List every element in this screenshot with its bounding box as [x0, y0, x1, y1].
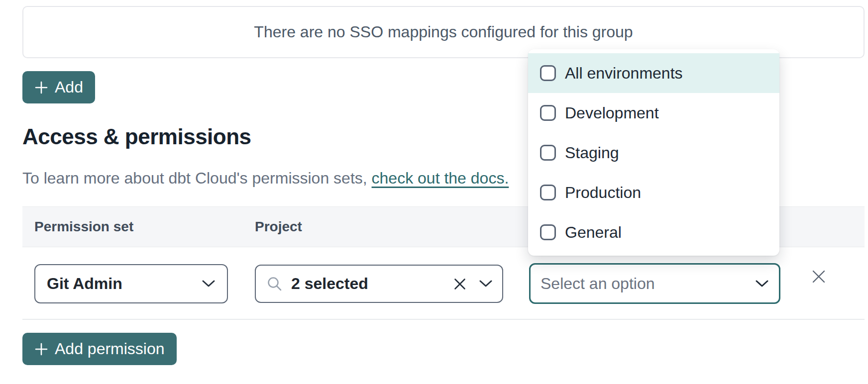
column-header-permission-set: Permission set: [34, 219, 133, 235]
project-multiselect[interactable]: 2 selected: [255, 265, 503, 303]
dropdown-option-development[interactable]: Development: [528, 93, 779, 133]
option-label: Staging: [565, 144, 619, 162]
add-button-label: Add: [55, 78, 83, 96]
permission-set-value: Git Admin: [47, 275, 202, 293]
plus-icon: [34, 342, 48, 356]
chevron-down-icon: [756, 280, 768, 288]
plus-icon: [34, 81, 48, 95]
section-description: To learn more about dbt Cloud's permissi…: [22, 169, 509, 188]
option-label: All environments: [565, 64, 683, 83]
remove-row-icon: [811, 269, 826, 284]
dropdown-option-all-environments[interactable]: All environments: [528, 53, 779, 93]
sso-empty-message: There are no SSO mappings configured for…: [254, 23, 633, 41]
description-text: To learn more about dbt Cloud's permissi…: [22, 169, 372, 187]
checkbox[interactable]: [540, 65, 556, 81]
checkbox[interactable]: [540, 224, 556, 240]
dropdown-option-staging[interactable]: Staging: [528, 133, 779, 173]
column-header-project: Project: [255, 219, 302, 235]
add-sso-mapping-button[interactable]: Add: [22, 71, 95, 103]
environment-dropdown-panel: All environments Development Staging Pro…: [528, 49, 779, 256]
checkbox[interactable]: [540, 105, 556, 121]
permission-set-select[interactable]: Git Admin: [34, 264, 228, 303]
docs-link[interactable]: check out the docs.: [372, 169, 509, 187]
dropdown-option-production[interactable]: Production: [528, 173, 779, 212]
add-permission-button[interactable]: Add permission: [22, 333, 177, 365]
permission-table-row: Git Admin 2 selected Select an option: [22, 247, 865, 320]
option-label: Production: [565, 184, 641, 202]
option-label: General: [565, 223, 622, 242]
option-label: Development: [565, 104, 659, 122]
checkbox[interactable]: [540, 145, 556, 161]
chevron-down-icon: [479, 280, 492, 288]
project-selected-count: 2 selected: [291, 275, 453, 293]
page-title: Access & permissions: [22, 124, 251, 149]
search-icon: [266, 276, 283, 292]
environment-select[interactable]: Select an option: [529, 263, 780, 304]
dropdown-option-general[interactable]: General: [528, 212, 779, 252]
remove-row-button[interactable]: [808, 266, 830, 288]
checkbox[interactable]: [540, 185, 556, 200]
add-permission-button-label: Add permission: [55, 340, 165, 358]
chevron-down-icon: [202, 280, 215, 288]
environment-placeholder: Select an option: [541, 275, 756, 293]
clear-x-icon[interactable]: [453, 278, 466, 290]
